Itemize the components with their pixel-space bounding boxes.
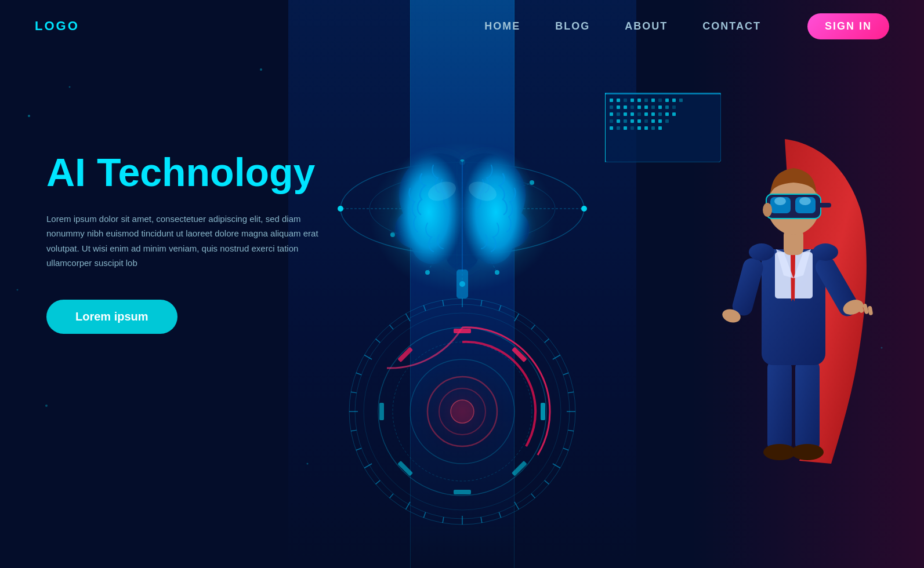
orbit-ring [329, 75, 596, 342]
svg-rect-148 [644, 126, 648, 130]
svg-rect-118 [637, 105, 641, 109]
signin-button[interactable]: SIGN IN [807, 13, 889, 39]
svg-rect-109 [651, 99, 655, 102]
svg-point-157 [260, 68, 262, 71]
svg-rect-105 [624, 99, 627, 102]
svg-rect-119 [644, 105, 648, 109]
svg-point-100 [749, 243, 774, 261]
svg-line-46 [423, 512, 425, 518]
hero-cta-button[interactable]: Lorem ipsum [46, 300, 177, 334]
svg-point-1 [369, 174, 555, 243]
svg-rect-89 [730, 256, 765, 318]
svg-rect-141 [658, 119, 662, 123]
svg-line-27 [481, 300, 482, 306]
svg-point-99 [763, 203, 772, 217]
svg-rect-104 [617, 99, 620, 102]
svg-rect-133 [672, 112, 676, 116]
svg-point-23 [349, 298, 575, 525]
svg-point-63 [393, 342, 532, 481]
svg-point-158 [307, 463, 309, 465]
svg-rect-123 [672, 105, 676, 109]
light-beam [410, 0, 514, 568]
svg-rect-106 [631, 99, 634, 102]
svg-line-17 [462, 209, 497, 272]
svg-point-66 [427, 377, 497, 446]
nav-home[interactable]: HOME [484, 20, 520, 32]
svg-rect-146 [631, 126, 634, 130]
svg-line-38 [552, 464, 560, 468]
svg-line-59 [405, 314, 410, 321]
hero-section: AI Technology Lorem ipsum dolor sit amet… [46, 151, 325, 334]
svg-rect-137 [631, 119, 634, 123]
svg-rect-139 [644, 119, 648, 123]
svg-rect-121 [658, 105, 662, 109]
svg-point-4 [338, 206, 343, 212]
svg-point-97 [799, 197, 811, 205]
svg-line-47 [405, 502, 410, 509]
svg-line-48 [389, 494, 393, 498]
brain-illustration [352, 128, 572, 313]
svg-rect-98 [817, 203, 831, 207]
svg-point-3 [581, 206, 587, 212]
svg-line-42 [499, 512, 501, 518]
nav-blog[interactable]: BLOG [555, 20, 590, 32]
svg-point-22 [466, 178, 499, 204]
svg-rect-150 [658, 126, 662, 130]
svg-line-49 [375, 480, 380, 484]
navbar: LOGO HOME BLOG ABOUT CONTACT SIGN IN [0, 0, 924, 52]
svg-rect-115 [617, 105, 620, 109]
svg-point-154 [69, 86, 71, 88]
svg-line-56 [364, 355, 372, 360]
svg-point-80 [791, 444, 824, 460]
svg-point-6 [390, 232, 395, 237]
svg-rect-77 [767, 359, 792, 452]
person-illustration [692, 58, 878, 493]
svg-line-30 [531, 325, 534, 330]
svg-line-40 [531, 494, 534, 498]
svg-line-41 [514, 502, 519, 509]
svg-point-155 [45, 405, 48, 407]
svg-point-14 [495, 270, 499, 275]
svg-rect-124 [610, 112, 613, 116]
svg-rect-107 [637, 99, 641, 102]
svg-rect-143 [610, 126, 613, 130]
svg-point-2 [459, 159, 465, 165]
svg-rect-111 [665, 99, 669, 102]
svg-rect-125 [617, 112, 620, 116]
svg-line-34 [568, 392, 574, 393]
hero-title: AI Technology [46, 151, 325, 194]
svg-rect-144 [617, 126, 620, 130]
svg-line-55 [356, 373, 361, 374]
svg-rect-73 [454, 490, 471, 494]
svg-rect-69 [454, 329, 471, 333]
svg-point-68 [451, 400, 474, 423]
svg-rect-147 [637, 126, 641, 130]
svg-rect-131 [658, 112, 662, 116]
svg-point-13 [425, 270, 430, 275]
svg-line-33 [563, 373, 568, 374]
svg-rect-130 [651, 112, 655, 116]
svg-point-79 [763, 444, 796, 460]
svg-rect-74 [397, 461, 413, 476]
svg-line-37 [563, 448, 568, 450]
svg-rect-72 [511, 461, 527, 476]
svg-line-16 [427, 209, 462, 272]
svg-line-52 [350, 430, 356, 431]
logo[interactable]: LOGO [35, 19, 79, 34]
svg-line-28 [499, 305, 501, 311]
svg-line-61 [443, 300, 444, 306]
svg-line-54 [350, 392, 356, 393]
nav-contact[interactable]: CONTACT [702, 20, 761, 32]
svg-rect-78 [795, 359, 820, 452]
svg-point-156 [17, 289, 19, 291]
svg-line-11 [393, 209, 462, 235]
svg-point-96 [774, 197, 786, 205]
svg-point-24 [355, 304, 570, 519]
svg-rect-114 [610, 105, 613, 109]
svg-point-64 [410, 359, 514, 464]
svg-rect-113 [679, 99, 683, 102]
svg-point-101 [813, 243, 838, 261]
nav-about[interactable]: ABOUT [625, 20, 668, 32]
hud-circle [340, 290, 584, 533]
svg-rect-122 [665, 105, 669, 109]
